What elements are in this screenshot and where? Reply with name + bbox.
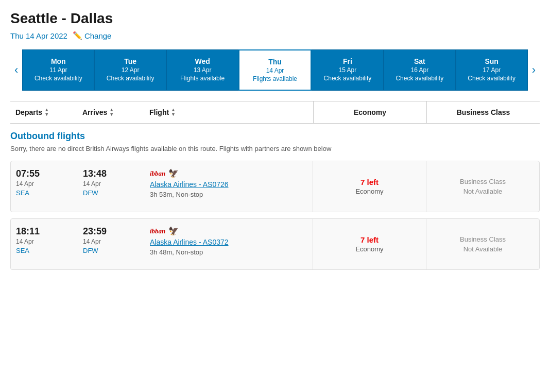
day-status: Flights available bbox=[170, 75, 235, 82]
day-date: 13 Apr bbox=[170, 66, 235, 74]
day-status: Check availability bbox=[26, 75, 91, 82]
th-arrives[interactable]: Arrives ▲▼ bbox=[77, 101, 144, 123]
business-na-1: Business ClassNot Available bbox=[460, 234, 506, 254]
depart-time-1: 18:11 bbox=[16, 226, 73, 237]
table-header: Departs ▲▼ Arrives ▲▼ Flight ▲▼ Economy … bbox=[10, 101, 540, 124]
calendar-day-sat[interactable]: Sat 16 Apr Check availability bbox=[384, 49, 456, 91]
calendar-day-mon[interactable]: Mon 11 Apr Check availability bbox=[22, 49, 94, 91]
day-status: Check availability bbox=[459, 75, 524, 82]
day-date: 11 Apr bbox=[26, 66, 91, 74]
day-date: 16 Apr bbox=[387, 66, 452, 74]
th-departs[interactable]: Departs ▲▼ bbox=[10, 101, 77, 123]
economy-seats-1: 7 left bbox=[360, 235, 379, 244]
calendar-prev-button[interactable]: ‹ bbox=[10, 63, 22, 77]
flight-row-1: 18:11 14 Apr SEA 23:59 14 Apr DFW ibban … bbox=[10, 218, 540, 270]
th-business-label: Business Class bbox=[457, 108, 510, 116]
economy-label-1: Economy bbox=[355, 245, 383, 253]
sort-arrows-arrives: ▲▼ bbox=[109, 108, 114, 117]
flight-info-cell-1: ibban 🦅 Alaska Airlines - AS0372 3h 48m,… bbox=[145, 219, 313, 269]
arrive-airport-1[interactable]: DFW bbox=[83, 246, 140, 254]
page-title: Seattle - Dallas bbox=[10, 10, 540, 27]
depart-airport-0[interactable]: SEA bbox=[16, 189, 73, 197]
depart-date-0: 14 Apr bbox=[16, 180, 73, 188]
day-name: Fri bbox=[315, 57, 380, 65]
sort-arrows-departs: ▲▼ bbox=[44, 108, 49, 117]
arrive-airport-0[interactable]: DFW bbox=[83, 189, 140, 197]
calendar-day-fri[interactable]: Fri 15 Apr Check availability bbox=[312, 49, 384, 91]
flight-name-1[interactable]: Alaska Airlines - AS0372 bbox=[150, 238, 307, 246]
calendar-day-wed[interactable]: Wed 13 Apr Flights available bbox=[166, 49, 238, 91]
arrive-date-0: 14 Apr bbox=[83, 180, 140, 188]
flight-duration-1: 3h 48m, Non-stop bbox=[150, 248, 307, 256]
th-economy-label: Economy bbox=[354, 108, 386, 116]
day-date: 17 Apr bbox=[459, 66, 524, 74]
section-title: Outbound flights bbox=[10, 131, 540, 142]
depart-time-0: 07:55 bbox=[16, 168, 73, 179]
day-date: 15 Apr bbox=[315, 66, 380, 74]
arrive-cell-0: 13:48 14 Apr DFW bbox=[78, 161, 145, 212]
th-economy: Economy bbox=[313, 101, 426, 123]
arrive-cell-1: 23:59 14 Apr DFW bbox=[78, 219, 145, 269]
calendar-day-tue[interactable]: Tue 12 Apr Check availability bbox=[94, 49, 166, 91]
economy-seats-0: 7 left bbox=[360, 178, 379, 186]
th-departs-label: Departs bbox=[15, 108, 42, 116]
depart-airport-1[interactable]: SEA bbox=[16, 246, 73, 254]
business-cell-1: Business ClassNot Available bbox=[426, 219, 539, 269]
flight-name-0[interactable]: Alaska Airlines - AS0726 bbox=[150, 180, 307, 189]
day-name: Tue bbox=[98, 57, 163, 65]
day-name: Sat bbox=[387, 57, 452, 65]
day-name: Mon bbox=[26, 57, 91, 65]
flight-info-cell-0: ibban 🦅 Alaska Airlines - AS0726 3h 53m,… bbox=[145, 161, 313, 212]
calendar-day-thu[interactable]: Thu 14 Apr Flights available bbox=[238, 49, 312, 91]
date-row: Thu 14 Apr 2022 ✏️ Change bbox=[10, 31, 540, 40]
business-na-0: Business ClassNot Available bbox=[460, 177, 506, 197]
economy-cell-0[interactable]: 7 left Economy bbox=[313, 161, 426, 212]
airline-logo-text-0: ibban bbox=[150, 169, 165, 178]
flight-duration-0: 3h 53m, Non-stop bbox=[150, 191, 307, 198]
day-date: 14 Apr bbox=[243, 67, 307, 74]
depart-cell-1: 18:11 14 Apr SEA bbox=[11, 219, 78, 269]
th-arrives-label: Arrives bbox=[82, 108, 107, 116]
selected-date: Thu 14 Apr 2022 bbox=[10, 31, 67, 40]
airline-logo-0: ibban 🦅 bbox=[150, 168, 307, 178]
depart-cell-0: 07:55 14 Apr SEA bbox=[11, 161, 78, 212]
arrive-date-1: 14 Apr bbox=[83, 238, 140, 245]
change-label: Change bbox=[84, 31, 112, 40]
economy-label-0: Economy bbox=[355, 188, 383, 195]
flight-row-0: 07:55 14 Apr SEA 13:48 14 Apr DFW ibban … bbox=[10, 161, 540, 212]
th-flight-label: Flight bbox=[149, 108, 169, 116]
day-date: 12 Apr bbox=[98, 66, 163, 74]
th-business: Business Class bbox=[426, 101, 540, 123]
day-status: Check availability bbox=[98, 75, 163, 82]
flights-container: 07:55 14 Apr SEA 13:48 14 Apr DFW ibban … bbox=[10, 161, 540, 270]
business-cell-0: Business ClassNot Available bbox=[426, 161, 539, 212]
day-status: Check availability bbox=[387, 75, 452, 82]
day-status: Check availability bbox=[315, 75, 380, 82]
calendar-strip-wrapper: ‹ Mon 11 Apr Check availability Tue 12 A… bbox=[10, 49, 540, 91]
pencil-icon: ✏️ bbox=[73, 31, 82, 40]
day-name: Wed bbox=[170, 57, 235, 65]
bird-icon-0: 🦅 bbox=[168, 168, 179, 178]
section-note: Sorry, there are no direct British Airwa… bbox=[10, 145, 540, 152]
day-name: Sun bbox=[459, 57, 524, 65]
change-button[interactable]: ✏️ Change bbox=[73, 31, 112, 40]
airline-logo-text-1: ibban bbox=[150, 227, 165, 235]
calendar-day-sun[interactable]: Sun 17 Apr Check availability bbox=[456, 49, 528, 91]
day-status: Flights available bbox=[243, 75, 307, 82]
calendar-strip: Mon 11 Apr Check availability Tue 12 Apr… bbox=[22, 49, 527, 91]
th-flight[interactable]: Flight ▲▼ bbox=[144, 101, 313, 123]
sort-arrows-flight: ▲▼ bbox=[171, 108, 176, 117]
depart-date-1: 14 Apr bbox=[16, 238, 73, 245]
day-name: Thu bbox=[243, 58, 307, 66]
calendar-next-button[interactable]: › bbox=[528, 63, 540, 77]
economy-cell-1[interactable]: 7 left Economy bbox=[313, 219, 426, 269]
bird-icon-1: 🦅 bbox=[168, 226, 179, 236]
airline-logo-1: ibban 🦅 bbox=[150, 226, 307, 236]
arrive-time-1: 23:59 bbox=[83, 226, 140, 237]
arrive-time-0: 13:48 bbox=[83, 168, 140, 179]
